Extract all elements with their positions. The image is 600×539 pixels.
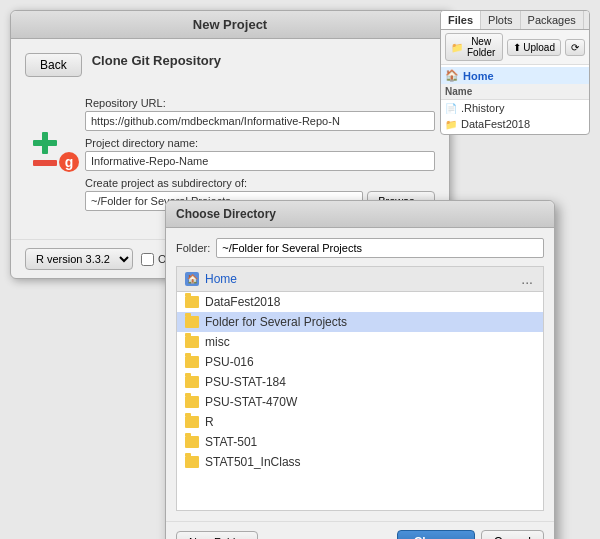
tab-help[interactable]: Hel (584, 11, 590, 29)
folder-icon (185, 336, 199, 348)
home-row[interactable]: 🏠 Home (441, 67, 589, 84)
home-dir-icon: 🏠 (185, 272, 199, 286)
list-item[interactable]: STAT-501 (177, 432, 543, 452)
list-item[interactable]: 📄 .Rhistory (441, 100, 589, 116)
files-header: Name (441, 84, 589, 100)
folder-icon (185, 376, 199, 388)
home-dir-label[interactable]: Home (205, 272, 237, 286)
more-button[interactable]: ... (519, 271, 535, 287)
folder-path-input[interactable] (216, 238, 544, 258)
list-item[interactable]: Folder for Several Projects (177, 312, 543, 332)
new-folder-dialog-button[interactable]: New Folder (176, 531, 258, 539)
svg-rect-1 (42, 132, 48, 154)
list-item[interactable]: DataFest2018 (177, 292, 543, 312)
window-title: New Project (193, 17, 267, 32)
refresh-button[interactable]: ⟳ (565, 39, 585, 56)
list-item[interactable]: PSU-STAT-470W (177, 392, 543, 412)
list-item[interactable]: R (177, 412, 543, 432)
files-content: 🏠 Home Name 📄 .Rhistory 📁 DataFest2018 (441, 65, 589, 134)
upload-icon: ⬆ (513, 42, 521, 53)
folder-icon (185, 456, 199, 468)
git-logo: g (25, 124, 85, 184)
folder-icon (185, 356, 199, 368)
repo-url-label: Repository URL: (85, 97, 435, 109)
dir-list-header: 🏠 Home ... (176, 266, 544, 291)
list-item[interactable]: PSU-STAT-184 (177, 372, 543, 392)
dialog-title: Choose Directory (176, 207, 276, 221)
r-version-select[interactable]: R version 3.3.2 (25, 248, 133, 270)
list-item[interactable]: PSU-016 (177, 352, 543, 372)
choose-button[interactable]: Choose (397, 530, 475, 539)
back-button[interactable]: Back (25, 53, 82, 77)
list-item[interactable]: 📁 DataFest2018 (441, 116, 589, 132)
folder-icon (185, 296, 199, 308)
open-in-checkbox[interactable] (141, 253, 154, 266)
folder-icon (185, 396, 199, 408)
list-item[interactable]: STAT501_InClass (177, 452, 543, 472)
list-item[interactable]: misc (177, 332, 543, 352)
svg-rect-2 (33, 160, 57, 166)
upload-button[interactable]: ⬆ Upload (507, 39, 561, 56)
project-dir-label: Project directory name: (85, 137, 435, 149)
repo-url-input[interactable] (85, 111, 435, 131)
folder-icon (185, 416, 199, 428)
choose-directory-dialog: Choose Directory Folder: 🏠 Home ... Data… (165, 200, 555, 539)
home-icon: 🏠 (445, 69, 459, 82)
tab-plots[interactable]: Plots (481, 11, 520, 29)
directory-list[interactable]: DataFest2018 Folder for Several Projects… (176, 291, 544, 511)
dialog-actions: Choose Cancel (397, 530, 544, 539)
cancel-button[interactable]: Cancel (481, 530, 544, 539)
new-folder-icon: 📁 (451, 42, 463, 53)
subdirectory-label: Create project as subdirectory of: (85, 177, 435, 189)
clone-title: Clone Git Repository (92, 53, 221, 68)
window-titlebar: New Project (11, 11, 449, 39)
files-toolbar: 📁 New Folder ⬆ Upload ⟳ (441, 30, 589, 65)
tab-packages[interactable]: Packages (521, 11, 584, 29)
tab-files[interactable]: Files (441, 11, 481, 29)
dialog-footer: New Folder Choose Cancel (166, 521, 554, 539)
folder-field-label: Folder: (176, 242, 210, 254)
folder-icon (185, 436, 199, 448)
files-tabs: Files Plots Packages Hel (441, 11, 589, 30)
folder-icon: 📁 (445, 119, 457, 130)
file-icon: 📄 (445, 103, 457, 114)
svg-text:g: g (65, 154, 74, 170)
folder-icon (185, 316, 199, 328)
project-dir-input[interactable] (85, 151, 435, 171)
dialog-titlebar: Choose Directory (166, 201, 554, 228)
files-panel: Files Plots Packages Hel 📁 New Folder ⬆ … (440, 10, 590, 135)
new-folder-button[interactable]: 📁 New Folder (445, 33, 503, 61)
